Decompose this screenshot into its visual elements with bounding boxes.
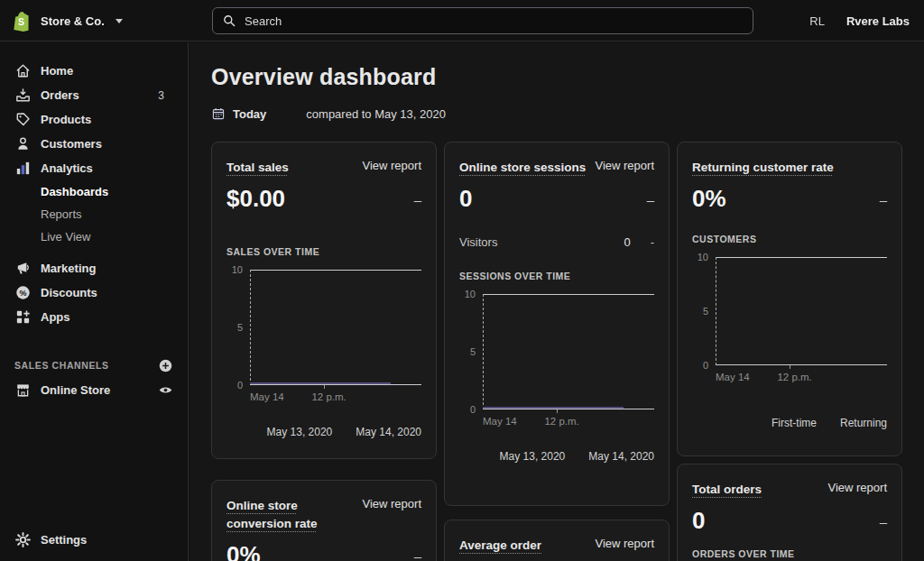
y-tick: 10 xyxy=(232,264,243,275)
sidebar-item-marketing[interactable]: Marketing xyxy=(0,256,188,280)
view-report-link[interactable]: View report xyxy=(362,497,421,510)
sales-over-time-chart: 10 5 0 xyxy=(226,270,421,385)
date-range-label: Today xyxy=(233,107,266,121)
legend-item: May 14, 2020 xyxy=(356,426,421,438)
sidebar-item-label: Marketing xyxy=(41,262,96,275)
sidebar-item-customers[interactable]: Customers xyxy=(0,132,188,156)
legend-item: May 13, 2020 xyxy=(500,450,566,463)
x-tick: May 14 xyxy=(483,416,517,427)
subnav-item-label: Live View xyxy=(41,230,90,244)
sidebar-item-online-store[interactable]: Online Store xyxy=(0,377,188,402)
sidebar-item-settings[interactable]: Settings xyxy=(0,527,188,552)
user-menu[interactable]: RL Rvere Labs xyxy=(809,0,910,41)
metric-value: 0% xyxy=(226,541,261,561)
legend-item: First-time xyxy=(772,417,817,429)
y-tick: 0 xyxy=(237,380,243,391)
y-tick: 5 xyxy=(470,346,476,357)
card-total-orders: Total orders View report 0 – ORDERS OVER… xyxy=(677,464,902,561)
sidebar-item-apps[interactable]: Apps xyxy=(0,305,188,329)
page-title: Overview dashboard xyxy=(211,64,902,90)
x-axis-line xyxy=(716,364,887,365)
metric-title[interactable]: Total sales xyxy=(226,159,289,177)
metric-title[interactable]: Average order xyxy=(459,537,541,555)
sales-channels-header: SALES CHANNELS xyxy=(0,355,188,375)
svg-text:%: % xyxy=(19,289,26,298)
search-input[interactable] xyxy=(245,14,744,28)
delta-indicator: – xyxy=(880,514,887,534)
sidebar-item-label: Discounts xyxy=(41,286,97,299)
main-content: Overview dashboard Today compared to May… xyxy=(189,42,924,561)
sidebar-item-label: Orders xyxy=(41,88,79,102)
metric-title[interactable]: Returning customer rate xyxy=(692,159,834,177)
sidebar-item-live-view[interactable]: Live View xyxy=(0,225,188,248)
sidebar-item-analytics[interactable]: Analytics xyxy=(0,156,188,180)
sidebar: Home Orders 3 Products Customers xyxy=(0,42,189,561)
y-tick: 0 xyxy=(703,360,708,371)
view-report-link[interactable]: View report xyxy=(595,159,654,172)
legend-item: Returning xyxy=(840,417,887,429)
y-tick: 0 xyxy=(470,404,476,415)
legend-item: May 13, 2020 xyxy=(267,426,333,438)
sidebar-item-reports[interactable]: Reports xyxy=(0,203,188,225)
customers-icon xyxy=(14,135,32,152)
x-axis-line xyxy=(250,384,421,385)
current-time-marker xyxy=(716,257,716,365)
store-switcher[interactable]: S Store & Co. xyxy=(11,0,123,41)
topbar: S Store & Co. RL Rvere Labs xyxy=(0,0,924,41)
orders-icon xyxy=(14,87,32,104)
noon-tick xyxy=(324,385,325,389)
sessions-over-time-chart: 10 5 0 xyxy=(459,294,654,409)
megaphone-icon xyxy=(14,260,32,277)
sidebar-item-label: Apps xyxy=(41,310,70,324)
metric-title[interactable]: Online store conversion rate xyxy=(226,497,360,533)
metric-title[interactable]: Total orders xyxy=(692,481,762,499)
date-range-button[interactable]: Today xyxy=(211,106,266,121)
metric-title[interactable]: Online store sessions xyxy=(459,159,586,177)
tag-icon xyxy=(14,111,32,128)
sidebar-item-label: Home xyxy=(41,64,73,78)
settings-label: Settings xyxy=(41,533,87,547)
orders-count-badge: 3 xyxy=(158,89,175,102)
x-tick: May 14 xyxy=(716,372,750,382)
today-series-line xyxy=(250,382,391,384)
x-tick: 12 p.m. xyxy=(311,391,346,402)
metric-value: $0.00 xyxy=(226,185,285,212)
chart-legend: First-time Returning xyxy=(692,417,887,429)
sales-channels-label: SALES CHANNELS xyxy=(14,360,109,371)
delta-indicator: – xyxy=(880,192,887,212)
x-axis-line xyxy=(483,409,654,409)
sidebar-item-orders[interactable]: Orders 3 xyxy=(0,83,188,107)
visitors-delta: - xyxy=(651,235,654,249)
view-report-link[interactable]: View report xyxy=(595,537,654,550)
delta-indicator: – xyxy=(647,192,654,212)
chart-section-label: ORDERS OVER TIME xyxy=(692,548,887,559)
noon-tick xyxy=(790,365,790,369)
customers-chart: 10 5 0 xyxy=(692,257,887,365)
apps-icon xyxy=(14,308,32,326)
card-average-order: Average order View report xyxy=(444,520,670,561)
channel-label: Online Store xyxy=(41,383,110,397)
card-online-store-conversion-rate: Online store conversion rate View report… xyxy=(211,480,437,561)
plus-circle-icon[interactable] xyxy=(158,358,173,373)
view-report-link[interactable]: View report xyxy=(362,159,421,172)
sidebar-item-products[interactable]: Products xyxy=(0,107,188,132)
current-time-marker xyxy=(250,270,251,385)
sidebar-item-dashboards[interactable]: Dashboards xyxy=(0,180,188,203)
storefront-icon xyxy=(14,382,32,399)
sidebar-item-home[interactable]: Home xyxy=(0,59,188,83)
delta-indicator: – xyxy=(414,192,421,212)
grid-column-3: Returning customer rate 0% – CUSTOMERS 1… xyxy=(677,142,902,561)
search-box[interactable] xyxy=(212,7,753,34)
sidebar-item-discounts[interactable]: % Discounts xyxy=(0,280,188,305)
sidebar-item-label: Products xyxy=(41,113,91,126)
today-series-line xyxy=(483,407,624,409)
discount-icon: % xyxy=(14,284,32,301)
sidebar-item-label: Customers xyxy=(41,137,102,151)
metric-value: 0% xyxy=(692,185,726,212)
date-filter-row: Today compared to May 13, 2020 xyxy=(211,106,902,121)
view-report-link[interactable]: View report xyxy=(827,481,887,494)
eye-icon[interactable] xyxy=(158,382,173,398)
chart-section-label: SESSIONS OVER TIME xyxy=(459,271,654,281)
subnav-item-label: Reports xyxy=(41,207,82,221)
card-total-sales: Total sales View report $0.00 – SALES OV… xyxy=(211,142,437,459)
